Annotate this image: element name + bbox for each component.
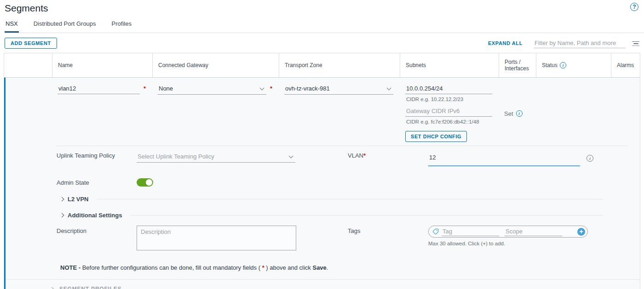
note-prefix: NOTE - <box>60 264 82 271</box>
gateway-cidr-ipv6-hint: CIDR e.g. fc7e:f206:db42::1/48 <box>406 119 492 125</box>
connected-gateway-cell: None * <box>152 78 279 142</box>
note-body-before: Before further configurations can be don… <box>82 264 262 271</box>
vlan-required-star: * <box>363 152 366 159</box>
column-header-name[interactable]: Name <box>52 53 152 77</box>
status-cell <box>536 78 611 142</box>
add-tag-icon[interactable]: + <box>577 228 585 236</box>
name-cell: * <box>52 78 152 142</box>
admin-state-toggle[interactable] <box>137 178 153 187</box>
description-tags-row: Description Tags + Max 30 allowed. Click… <box>57 226 640 252</box>
filter-input[interactable] <box>534 38 626 48</box>
chevron-down-icon <box>259 85 264 90</box>
tab-distributed-port-groups[interactable]: Distributed Port Groups <box>33 20 97 33</box>
additional-settings-label: Additional Settings <box>68 212 122 219</box>
add-segment-button[interactable]: ADD SEGMENT <box>5 38 57 49</box>
transport-zone-select[interactable]: ovh-tz-vrack-981 <box>284 84 393 95</box>
tag-icon <box>432 228 439 235</box>
set-dhcp-config-button[interactable]: SET DHCP CONFIG <box>405 131 467 142</box>
table-header-row: Name Connected Gateway Transport Zone Su… <box>4 53 640 78</box>
vlan-label-text: VLAN <box>348 152 363 159</box>
chevron-down-icon <box>289 153 293 158</box>
scope-input[interactable] <box>505 227 562 236</box>
admin-state-row: Admin State <box>57 178 640 187</box>
uplink-vlan-row: Uplink Teaming Policy Select Uplink Team… <box>57 152 640 166</box>
l2-vpn-label: L2 VPN <box>68 196 89 203</box>
chevron-down-icon <box>387 85 391 90</box>
help-icon[interactable]: ? <box>630 3 638 11</box>
section-divider <box>57 146 628 146</box>
alarms-cell <box>611 78 640 142</box>
segment-profiles-expander[interactable]: SEGMENT PROFILES <box>50 286 640 289</box>
additional-settings-expander[interactable]: Additional Settings <box>60 212 603 219</box>
transport-zone-cell: ovh-tz-vrack-981 <box>279 78 400 142</box>
column-header-status-label: Status <box>542 62 558 68</box>
column-header-status[interactable]: Status i <box>536 53 611 77</box>
connected-gateway-select[interactable]: None <box>158 84 266 95</box>
transport-zone-value: ovh-tz-vrack-981 <box>285 85 330 92</box>
column-header-ports-interfaces[interactable]: Ports / Interfaces <box>499 53 536 77</box>
note-body-after: ) above and click <box>264 264 313 271</box>
tab-nsx[interactable]: NSX <box>5 20 19 33</box>
uplink-teaming-policy-label: Uplink Teaming Policy <box>57 152 137 159</box>
column-header-transport-zone[interactable]: Transport Zone <box>279 53 400 77</box>
page-title: Segments <box>5 3 644 14</box>
expander-rule <box>97 199 603 199</box>
tags-hint: Max 30 allowed. Click (+) to add. <box>428 241 588 246</box>
tab-bar: NSX Distributed Port Groups Profiles <box>5 20 644 33</box>
status-info-icon[interactable]: i <box>560 62 566 68</box>
vlan-input[interactable] <box>428 152 580 166</box>
new-segment-form-row: * None * ovh-tz-vrack-981 <box>4 78 640 289</box>
vlan-info-icon[interactable]: i <box>586 155 593 162</box>
chevron-right-icon <box>50 287 54 289</box>
tags-input-group: + <box>428 226 588 238</box>
l2-vpn-expander[interactable]: L2 VPN <box>60 196 603 203</box>
toggle-knob <box>146 179 152 186</box>
note-period: . <box>327 264 328 271</box>
chevron-right-icon <box>60 213 64 218</box>
segments-table: Name Connected Gateway Transport Zone Su… <box>4 53 640 289</box>
form-top-fields: * None * ovh-tz-vrack-981 <box>4 78 640 142</box>
select-cell <box>4 78 52 142</box>
section-divider <box>4 279 640 280</box>
expand-all-button[interactable]: EXPAND ALL <box>488 40 523 46</box>
uplink-teaming-policy-placeholder: Select Uplink Teaming Policy <box>138 153 214 160</box>
column-header-connected-gateway[interactable]: Connected Gateway <box>152 53 279 77</box>
tags-label: Tags <box>348 226 428 234</box>
expander-rule <box>130 215 603 215</box>
name-required-star: * <box>144 84 146 92</box>
description-label: Description <box>57 226 137 234</box>
ports-set-info-icon[interactable]: i <box>516 110 523 117</box>
gateway-cidr-input[interactable] <box>405 84 492 94</box>
column-header-alarms[interactable]: Alarms <box>611 53 640 77</box>
subnets-cell: CIDR e.g. 10.22.12.2/23 CIDR e.g. fc7e:f… <box>400 78 499 142</box>
page-header: Segments ? <box>0 0 644 14</box>
selected-row-indicator <box>4 78 6 289</box>
tag-input[interactable] <box>442 227 499 236</box>
description-textarea[interactable] <box>137 226 296 250</box>
segment-name-input[interactable] <box>58 84 140 94</box>
chevron-right-icon <box>60 197 64 202</box>
toolbar: ADD SEGMENT EXPAND ALL <box>5 38 639 49</box>
gateway-cidr-hint: CIDR e.g. 10.22.12.2/23 <box>406 96 492 102</box>
admin-state-label: Admin State <box>57 179 137 186</box>
segment-profiles-label: SEGMENT PROFILES <box>59 286 121 289</box>
ports-set-label[interactable]: Set <box>504 110 513 117</box>
gateway-cidr-ipv6-input[interactable] <box>405 107 492 117</box>
uplink-teaming-policy-select[interactable]: Select Uplink Teaming Policy <box>137 152 295 163</box>
ports-interfaces-cell: Set i <box>499 78 536 142</box>
column-header-subnets[interactable]: Subnets <box>400 53 499 77</box>
vlan-label: VLAN* <box>348 152 428 159</box>
column-header-select <box>4 53 52 77</box>
filter-icon[interactable] <box>632 40 639 46</box>
note-save-word: Save <box>312 264 326 271</box>
connected-gateway-value: None <box>159 85 173 92</box>
mandatory-fields-note: NOTE - Before further configurations can… <box>60 264 640 271</box>
gateway-required-star: * <box>270 84 272 92</box>
tab-profiles[interactable]: Profiles <box>111 20 132 33</box>
